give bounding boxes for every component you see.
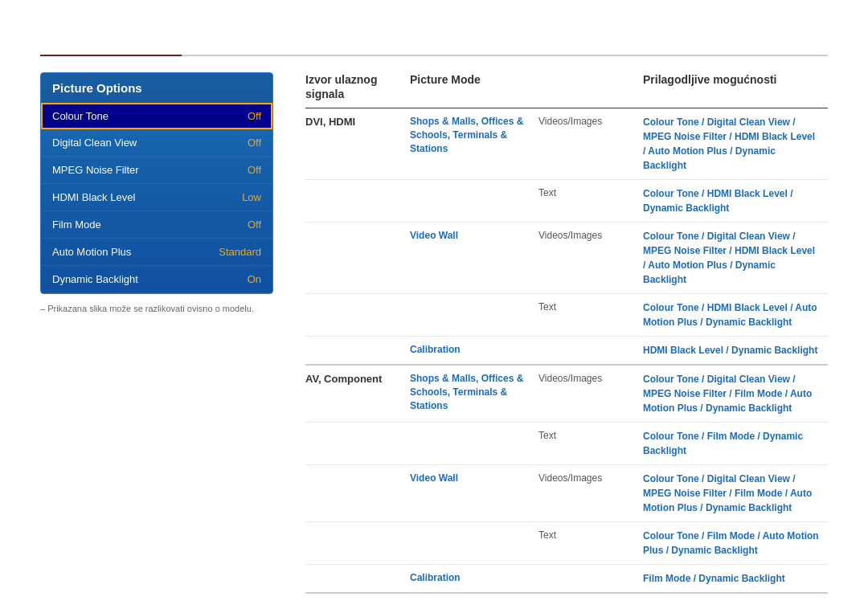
top-rule <box>40 55 828 56</box>
item-value-mpeg-noise-filter: Off <box>248 164 261 176</box>
section-av-component: AV, Component Shops & Malls, Offices & S… <box>305 366 828 594</box>
calibration-row-2: Calibration Film Mode / Dynamic Backligh… <box>305 565 828 593</box>
table-row: Text Colour Tone / HDMI Black Level / Au… <box>305 294 828 337</box>
panel-item-digital-clean-view[interactable]: Digital Clean View Off <box>41 129 272 157</box>
panel-item-auto-motion-plus[interactable]: Auto Motion Plus Standard <box>41 239 272 266</box>
item-label-colour-tone: Colour Tone <box>52 110 108 122</box>
mode-type-text-av-1: Text <box>538 429 643 443</box>
panel-box: Picture Options Colour Tone Off Digital … <box>40 72 273 294</box>
item-value-auto-motion-plus: Standard <box>219 246 261 258</box>
mode-type-videos-av: Videos/Images <box>538 372 643 386</box>
item-label-dynamic-backlight: Dynamic Backlight <box>52 273 138 285</box>
table-row: Text Colour Tone / HDMI Black Level / Dy… <box>305 180 828 223</box>
source-av-component: AV, Component <box>305 372 410 386</box>
item-label-digital-clean-view: Digital Clean View <box>52 137 137 149</box>
panel-note: – Prikazana slika može se razlikovati ov… <box>40 304 273 313</box>
table-area: Izvor ulaznog signala Picture Mode Prila… <box>305 72 828 594</box>
item-label-hdmi-black-level: HDMI Black Level <box>52 191 135 203</box>
picture-mode-videowall-av: Video Wall <box>410 472 538 485</box>
features-2: Colour Tone / HDMI Black Level / Dynamic… <box>643 186 828 215</box>
item-label-auto-motion-plus: Auto Motion Plus <box>52 246 131 258</box>
features-4: Colour Tone / HDMI Black Level / Auto Mo… <box>643 300 828 329</box>
calibration-label-2: Calibration <box>410 571 538 586</box>
cell-empty-cal-2 <box>305 571 410 586</box>
picture-options-panel: Picture Options Colour Tone Off Digital … <box>40 72 273 594</box>
table-row: Video Wall Videos/Images Colour Tone / D… <box>305 223 828 294</box>
calibration-label-1: Calibration <box>410 343 538 358</box>
item-value-hdmi-black-level: Low <box>242 191 261 203</box>
cell-empty-cal-1 <box>305 343 410 358</box>
cell-empty-cal-type-2 <box>538 571 643 586</box>
table-header: Izvor ulaznog signala Picture Mode Prila… <box>305 72 828 108</box>
features-1: Colour Tone / Digital Clean View / MPEG … <box>643 115 828 173</box>
picture-mode-shops-av: Shops & Malls, Offices & Schools, Termin… <box>410 372 538 412</box>
table-row: AV, Component Shops & Malls, Offices & S… <box>305 366 828 423</box>
panel-item-hdmi-black-level[interactable]: HDMI Black Level Low <box>41 184 272 211</box>
source-dvi-hdmi: DVI, HDMI <box>305 115 410 129</box>
mode-type-text-2: Text <box>538 300 643 314</box>
features-av-3: Colour Tone / Digital Clean View / MPEG … <box>643 472 828 515</box>
col-head-type <box>538 72 643 101</box>
col-head-picture-mode: Picture Mode <box>410 72 538 101</box>
item-label-film-mode: Film Mode <box>52 219 101 231</box>
section-dvi-hdmi: DVI, HDMI Shops & Malls, Offices & Schoo… <box>305 108 828 366</box>
cell-empty-cal-type-1 <box>538 343 643 358</box>
features-av-2: Colour Tone / Film Mode / Dynamic Backli… <box>643 429 828 458</box>
picture-mode-videowall-1: Video Wall <box>410 229 538 243</box>
features-av-4: Colour Tone / Film Mode / Auto Motion Pl… <box>643 529 828 558</box>
item-label-mpeg-noise-filter: MPEG Noise Filter <box>52 164 139 176</box>
calibration-row-1: Calibration HDMI Black Level / Dynamic B… <box>305 337 828 365</box>
features-3: Colour Tone / Digital Clean View / MPEG … <box>643 229 828 287</box>
mode-type-videos: Videos/Images <box>538 115 643 129</box>
col-head-source: Izvor ulaznog signala <box>305 72 410 101</box>
item-value-film-mode: Off <box>248 219 261 231</box>
item-value-digital-clean-view: Off <box>248 137 261 149</box>
panel-item-mpeg-noise-filter[interactable]: MPEG Noise Filter Off <box>41 157 272 184</box>
picture-mode-shops: Shops & Malls, Offices & Schools, Termin… <box>410 115 538 155</box>
mode-type-videos-2: Videos/Images <box>538 229 643 243</box>
table-row: Text Colour Tone / Film Mode / Dynamic B… <box>305 423 828 465</box>
panel-item-colour-tone[interactable]: Colour Tone Off <box>41 103 272 129</box>
calibration-features-1: HDMI Black Level / Dynamic Backlight <box>643 343 828 358</box>
features-av-1: Colour Tone / Digital Clean View / MPEG … <box>643 372 828 415</box>
panel-item-dynamic-backlight[interactable]: Dynamic Backlight On <box>41 266 272 293</box>
mode-type-text-av-2: Text <box>538 529 643 542</box>
item-value-colour-tone: Off <box>248 110 261 122</box>
col-head-features: Prilagodljive mogućnosti <box>643 72 828 101</box>
item-value-dynamic-backlight: On <box>248 273 261 285</box>
mode-type-videos-av-2: Videos/Images <box>538 472 643 485</box>
table-row: Text Colour Tone / Film Mode / Auto Moti… <box>305 522 828 565</box>
mode-type-text-1: Text <box>538 186 643 200</box>
table-body: DVI, HDMI Shops & Malls, Offices & Schoo… <box>305 108 828 594</box>
table-row: Video Wall Videos/Images Colour Tone / D… <box>305 465 828 522</box>
panel-title: Picture Options <box>41 73 272 103</box>
panel-item-film-mode[interactable]: Film Mode Off <box>41 211 272 239</box>
calibration-features-2: Film Mode / Dynamic Backlight <box>643 571 828 586</box>
table-row: DVI, HDMI Shops & Malls, Offices & Schoo… <box>305 108 828 180</box>
